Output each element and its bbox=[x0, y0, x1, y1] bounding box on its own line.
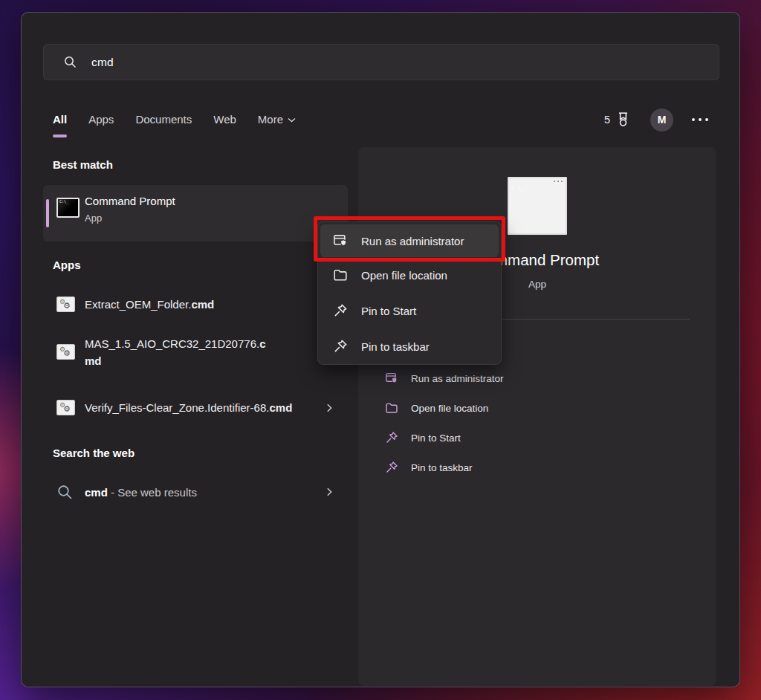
annotation-highlight-box bbox=[314, 216, 505, 262]
pin-icon bbox=[385, 431, 398, 444]
batch-file-icon: ⚙⚙ bbox=[56, 296, 75, 312]
pin-icon bbox=[333, 303, 348, 318]
app-result-verify-files[interactable]: ⚙⚙ Verify_Files-Clear_Zone.Identifier-68… bbox=[43, 381, 348, 434]
rewards-button[interactable]: 5 bbox=[604, 111, 631, 129]
preview-action-run-as-admin[interactable]: Run as administrator bbox=[358, 363, 716, 393]
web-suffix-text: - See web results bbox=[108, 486, 197, 499]
batch-file-icon: ⚙⚙ bbox=[56, 400, 75, 415]
tab-all[interactable]: All bbox=[53, 113, 67, 127]
tab-documents[interactable]: Documents bbox=[135, 113, 192, 127]
search-icon bbox=[63, 55, 77, 69]
chevron-right-icon bbox=[324, 403, 334, 413]
filter-tab-bar: All Apps Documents Web More 5 M bbox=[53, 105, 710, 135]
context-menu-item-open-file-location[interactable]: Open file location bbox=[320, 257, 499, 293]
chevron-right-icon bbox=[324, 487, 334, 497]
command-prompt-icon-large: C:\_ bbox=[508, 177, 567, 235]
web-search-icon bbox=[56, 484, 74, 501]
search-flyout-window: cmd All Apps Documents Web More 5 M bbox=[21, 12, 740, 687]
rewards-medal-icon bbox=[615, 111, 631, 129]
selection-accent-bar bbox=[46, 199, 49, 227]
account-avatar[interactable]: M bbox=[650, 108, 673, 132]
preview-action-pin-to-taskbar[interactable]: Pin to taskbar bbox=[358, 453, 716, 482]
best-match-result-command-prompt[interactable]: C:\_ Command Prompt App bbox=[43, 185, 348, 242]
app-result-extract-oem-folder[interactable]: ⚙⚙ Extract_OEM_Folder.cmd bbox=[43, 287, 348, 321]
web-result-cmd[interactable]: cmd - See web results bbox=[43, 475, 348, 509]
app-result-mas-aio[interactable]: ⚙⚙ MAS_1.5_AIO_CRC32_21D20776.cmd bbox=[43, 325, 348, 378]
preview-action-pin-to-start[interactable]: Pin to Start bbox=[358, 423, 716, 453]
chevron-down-icon bbox=[288, 117, 296, 123]
run-as-admin-icon bbox=[385, 372, 398, 385]
search-web-heading: Search the web bbox=[53, 447, 135, 459]
context-menu-item-pin-to-taskbar[interactable]: Pin to taskbar bbox=[320, 328, 499, 364]
best-match-title: Command Prompt bbox=[85, 195, 175, 207]
more-options-icon[interactable] bbox=[690, 117, 710, 123]
preview-action-open-file-location[interactable]: Open file location bbox=[358, 393, 716, 423]
tab-web[interactable]: Web bbox=[213, 113, 236, 127]
desktop-wallpaper: { "search": { "query": "cmd" }, "tabs": … bbox=[0, 0, 761, 700]
tab-more[interactable]: More bbox=[258, 113, 296, 127]
search-query-text: cmd bbox=[91, 56, 114, 69]
command-prompt-icon: C:\_ bbox=[56, 198, 80, 218]
apps-heading: Apps bbox=[53, 259, 81, 271]
tab-apps[interactable]: Apps bbox=[88, 113, 114, 127]
best-match-subtitle: App bbox=[85, 213, 175, 224]
rewards-count: 5 bbox=[604, 114, 610, 126]
folder-icon bbox=[385, 401, 398, 415]
context-menu-item-pin-to-start[interactable]: Pin to Start bbox=[320, 293, 499, 328]
best-match-heading: Best match bbox=[53, 158, 113, 171]
batch-file-icon: ⚙⚙ bbox=[56, 344, 75, 360]
folder-icon bbox=[333, 268, 348, 282]
pin-icon bbox=[385, 461, 398, 474]
search-input[interactable]: cmd bbox=[43, 44, 719, 80]
web-query-text: cmd bbox=[85, 486, 108, 499]
pin-icon bbox=[333, 339, 348, 354]
